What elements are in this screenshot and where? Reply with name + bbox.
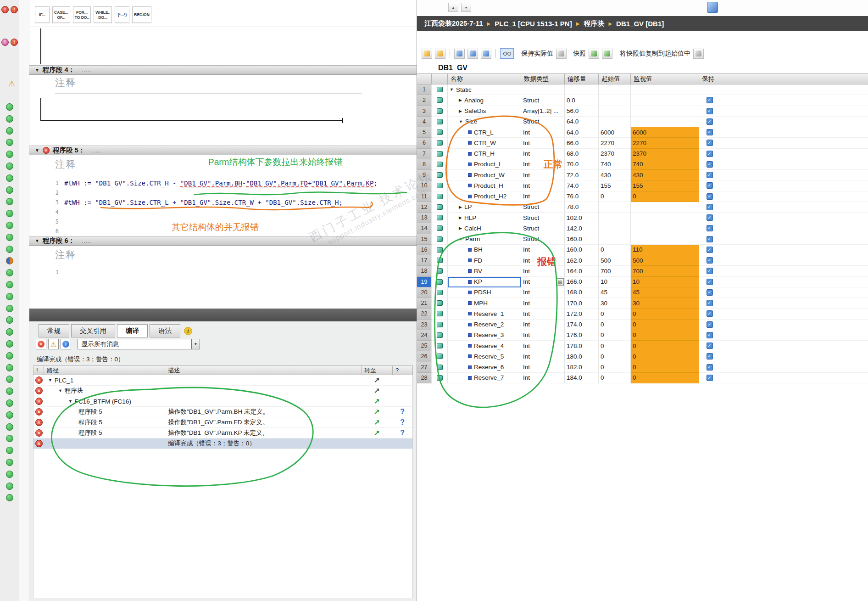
retain-checkbox[interactable]: ✓ — [707, 310, 713, 317]
start-value[interactable] — [599, 95, 631, 106]
start-value[interactable]: 0 — [599, 373, 631, 383]
expand-triangle-icon[interactable]: ▼ — [459, 237, 463, 242]
expand-triangle-icon[interactable]: ▼ — [450, 87, 454, 92]
db-row[interactable]: 6CTR_WInt66.022702270✓ — [417, 138, 868, 148]
retain-checkbox[interactable]: ✓ — [707, 214, 713, 221]
scl-instruction-button[interactable]: CASE...OF... — [52, 6, 70, 23]
message-row[interactable]: ✕程序段 5操作数"DB1_GV".Parm.FD 未定义。↗? — [33, 417, 412, 428]
retain-checkbox[interactable]: ✓ — [707, 118, 713, 125]
retain-checkbox[interactable]: ✓ — [707, 289, 713, 296]
retain-checkbox[interactable]: ✓ — [707, 140, 713, 146]
variable-name-cell[interactable]: Product_L — [448, 159, 521, 170]
nav-back-icon[interactable]: ▲ — [448, 3, 458, 12]
db-row[interactable]: 20PDSHInt168.04545✓ — [417, 287, 868, 298]
variable-name-cell[interactable]: CTR_L — [448, 127, 521, 138]
variable-name-cell[interactable]: Reserve_1 — [448, 309, 521, 319]
expand-triangle-icon[interactable]: ▼ — [58, 388, 62, 393]
start-value[interactable]: 0 — [599, 320, 631, 330]
variable-name-cell[interactable]: Product_H2 — [448, 191, 521, 202]
start-value[interactable]: 10 — [599, 277, 631, 287]
data-type-cell[interactable]: Struct — [521, 202, 565, 213]
network4-header[interactable]: ▼ 程序段 4： ..... — [29, 65, 417, 75]
retain-checkbox[interactable]: ✓ — [707, 97, 713, 103]
collapse-triangle-icon[interactable]: ▼ — [35, 238, 39, 243]
data-type-cell[interactable]: Int — [521, 330, 565, 341]
insert-row-icon[interactable] — [422, 49, 432, 59]
message-row[interactable]: ✕▼PLC_1↗ — [33, 375, 412, 386]
variable-name-cell[interactable]: Reserve_3 — [448, 330, 521, 341]
expand-triangle-icon[interactable]: ▶ — [459, 205, 462, 209]
retain-checkbox[interactable]: ✓ — [707, 343, 713, 349]
variable-name-cell[interactable]: ▶CalcH — [448, 223, 521, 234]
data-type-cell[interactable]: Int — [521, 245, 565, 255]
start-value[interactable]: 430 — [599, 170, 631, 180]
variable-name-cell[interactable]: Reserve_4 — [448, 341, 521, 351]
db-row[interactable]: 3▶SafeDisArray[1..2] ...56.0✓ — [417, 106, 868, 117]
db-row[interactable]: 26Reserve_5Int180.000✓ — [417, 351, 868, 362]
goto-arrow-icon[interactable]: ↗ — [373, 387, 379, 395]
help-link[interactable]: ? — [400, 418, 405, 427]
data-type-cell[interactable]: Int — [521, 127, 565, 138]
window-icon[interactable] — [707, 2, 718, 13]
data-type-cell[interactable]: Int — [521, 287, 565, 298]
goto-arrow-icon[interactable]: ↗ — [374, 429, 380, 438]
column-help[interactable]: ? — [393, 365, 413, 375]
copy-snapshot-icon[interactable] — [693, 49, 704, 59]
retain-checkbox[interactable]: ✓ — [707, 161, 713, 168]
start-value[interactable]: 0 — [599, 309, 631, 319]
expand-triangle-icon[interactable]: ▶ — [459, 109, 462, 113]
inspector-tab[interactable]: 常规 — [39, 324, 69, 337]
info-icon[interactable]: i — [184, 327, 192, 335]
network6-header[interactable]: ▼ 程序段 6： ..... — [29, 236, 417, 246]
start-value[interactable]: 0 — [599, 341, 631, 351]
variable-name-cell[interactable]: ▶HLP — [448, 213, 521, 223]
breadcrumb-item[interactable]: 程序块 — [584, 19, 604, 28]
column-path[interactable]: 路径 — [44, 365, 165, 375]
data-type-cell[interactable]: Int▤ — [521, 277, 565, 287]
db-row[interactable]: 27Reserve_6Int182.000✓ — [417, 362, 868, 373]
start-value[interactable]: 700 — [599, 266, 631, 276]
data-type-cell[interactable]: Int — [521, 170, 565, 180]
retain-checkbox[interactable]: ✓ — [707, 225, 713, 231]
db-row[interactable]: 11Product_H2Int76.000✓ — [417, 191, 868, 202]
start-value[interactable] — [599, 234, 631, 245]
variable-name-cell[interactable]: Reserve_7 — [448, 373, 521, 383]
message-row[interactable]: ✕程序段 5操作数"DB1_GV".Parm.BH 未定义。↗? — [33, 407, 412, 417]
start-value[interactable]: 0 — [599, 245, 631, 255]
expand-list-icon[interactable] — [481, 49, 491, 59]
expand-triangle-icon[interactable]: ▼ — [459, 119, 463, 124]
retain-checkbox[interactable]: ✓ — [707, 279, 713, 285]
data-type-cell[interactable]: Struct — [521, 234, 565, 245]
data-type-cell[interactable]: Int — [521, 309, 565, 319]
type-select-button[interactable]: ▤ — [556, 278, 564, 286]
db-row[interactable]: 21MPHInt170.03030✓ — [417, 298, 868, 309]
column-datatype[interactable]: 数据类型 — [521, 73, 565, 84]
message-row[interactable]: ✕▼FC16_BTFM (FC16)↗ — [33, 396, 412, 407]
start-value[interactable]: 2270 — [599, 138, 631, 148]
column-startvalue[interactable]: 起始值 — [599, 73, 631, 84]
expand-triangle-icon[interactable]: ▼ — [48, 378, 52, 382]
filter-errors-button[interactable]: ✕ — [36, 339, 46, 349]
db-row[interactable]: 9Product_WInt72.0430430✓ — [417, 170, 868, 180]
network5-comment[interactable]: 注释 — [55, 158, 76, 171]
db-row[interactable]: 16BHInt160.00110✓ — [417, 245, 868, 255]
retain-checkbox[interactable]: ✓ — [707, 257, 713, 264]
variable-name-cell[interactable]: ▼Parm — [448, 234, 521, 245]
monitor-all-toggle[interactable] — [500, 48, 514, 59]
db-row[interactable]: 13▶HLPStruct102.0✓ — [417, 213, 868, 223]
db-row[interactable]: 15▼ParmStruct160.0✓ — [417, 234, 868, 245]
db-row[interactable]: 17FDInt162.0500500✓ — [417, 255, 868, 266]
data-type-cell[interactable]: Array[1..2] ... — [521, 106, 565, 117]
help-link[interactable]: ? — [400, 429, 405, 437]
filter-info-button[interactable]: i — [61, 339, 71, 349]
scl-instruction-button[interactable]: REGION — [132, 6, 151, 23]
retain-checkbox[interactable]: ✓ — [707, 151, 713, 157]
variable-name-cell[interactable]: PDSH — [448, 287, 521, 298]
retain-checkbox[interactable]: ✓ — [707, 204, 713, 210]
scl-instruction-button[interactable]: (*...*) — [115, 6, 129, 23]
variable-name-cell[interactable]: ▼Static — [448, 84, 521, 95]
retain-checkbox[interactable]: ✓ — [707, 268, 713, 274]
inspector-tab[interactable]: 交叉引用 — [71, 324, 115, 337]
db-row[interactable]: 23Reserve_2Int174.000✓ — [417, 320, 868, 330]
network4-comment[interactable]: 注释 — [55, 76, 76, 89]
